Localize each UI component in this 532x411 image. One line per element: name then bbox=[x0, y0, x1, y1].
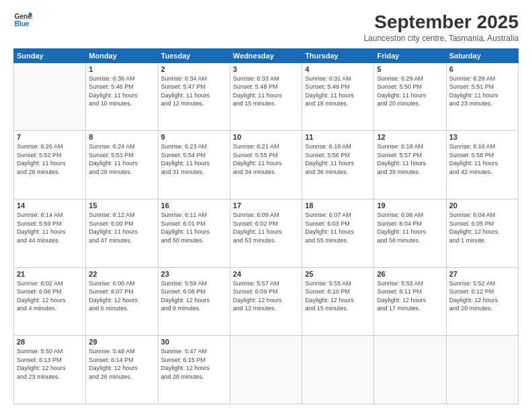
day-info-line: and 1 minute. bbox=[449, 237, 486, 244]
week-row-4: 28Sunrise: 5:50 AMSunset: 6:13 PMDayligh… bbox=[14, 336, 519, 404]
day-info-line: and 12 minutes. bbox=[233, 305, 276, 312]
day-info-line: Sunrise: 6:07 AM bbox=[305, 212, 351, 218]
day-info: Sunrise: 6:14 AMSunset: 5:59 PMDaylight:… bbox=[17, 211, 83, 244]
table-cell: 2Sunrise: 6:34 AMSunset: 5:47 PMDaylight… bbox=[158, 62, 230, 131]
day-number: 24 bbox=[233, 270, 299, 278]
day-number: 10 bbox=[233, 133, 299, 141]
day-info: Sunrise: 5:57 AMSunset: 6:09 PMDaylight:… bbox=[233, 279, 299, 313]
day-number: 27 bbox=[449, 270, 515, 278]
day-number: 3 bbox=[233, 65, 299, 73]
day-info: Sunrise: 6:29 AMSunset: 5:50 PMDaylight:… bbox=[377, 75, 443, 108]
day-info-line: and 44 minutes. bbox=[17, 237, 60, 244]
day-info: Sunrise: 6:19 AMSunset: 5:56 PMDaylight:… bbox=[305, 142, 371, 176]
day-info-line: Daylight: 12 hours bbox=[89, 365, 138, 371]
day-info-line: Daylight: 12 hours bbox=[449, 228, 498, 235]
day-info: Sunrise: 6:34 AMSunset: 5:47 PMDaylight:… bbox=[161, 75, 227, 108]
day-info-line: Sunrise: 6:21 AM bbox=[233, 143, 279, 150]
day-number: 2 bbox=[161, 65, 227, 73]
table-cell: 26Sunrise: 5:53 AMSunset: 6:11 PMDayligh… bbox=[374, 267, 446, 336]
table-cell: 30Sunrise: 5:47 AMSunset: 6:15 PMDayligh… bbox=[158, 336, 230, 404]
page: General Blue September 2025 Launceston c… bbox=[0, 0, 532, 411]
day-info-line: and 50 minutes. bbox=[161, 237, 204, 244]
header-monday: Monday bbox=[86, 48, 158, 62]
day-info-line: Daylight: 11 hours bbox=[89, 228, 138, 235]
header-friday: Friday bbox=[374, 48, 446, 62]
day-info-line: Sunset: 6:07 PM bbox=[89, 288, 134, 295]
day-info: Sunrise: 6:36 AMSunset: 5:46 PMDaylight:… bbox=[89, 75, 154, 108]
day-number: 15 bbox=[89, 201, 154, 210]
day-info-line: and 18 minutes. bbox=[305, 100, 348, 107]
day-info-line: Daylight: 11 hours bbox=[161, 92, 210, 99]
table-cell: 18Sunrise: 6:07 AMSunset: 6:03 PMDayligh… bbox=[302, 199, 374, 267]
day-info-line: Daylight: 11 hours bbox=[377, 92, 426, 99]
day-info-line: Sunset: 6:10 PM bbox=[305, 288, 350, 295]
day-info-line: Sunset: 5:49 PM bbox=[305, 83, 350, 90]
table-cell: 23Sunrise: 5:59 AMSunset: 6:08 PMDayligh… bbox=[158, 267, 230, 336]
day-info-line: Daylight: 12 hours bbox=[17, 297, 66, 304]
day-info-line: Sunset: 5:52 PM bbox=[17, 152, 62, 158]
day-info-line: Sunrise: 6:00 AM bbox=[89, 280, 135, 287]
day-info-line: Daylight: 11 hours bbox=[233, 160, 282, 167]
day-info: Sunrise: 6:24 AMSunset: 5:53 PMDaylight:… bbox=[89, 142, 154, 176]
table-cell: 27Sunrise: 5:52 AMSunset: 6:12 PMDayligh… bbox=[446, 267, 518, 336]
day-info-line: Sunset: 5:58 PM bbox=[449, 152, 494, 158]
day-info-line: and 20 minutes. bbox=[377, 100, 420, 107]
day-info-line: and 53 minutes. bbox=[233, 237, 276, 244]
day-info-line: Daylight: 11 hours bbox=[449, 92, 498, 99]
day-number: 9 bbox=[161, 133, 227, 141]
day-info-line: and 26 minutes. bbox=[89, 373, 132, 380]
day-number: 30 bbox=[161, 338, 227, 346]
table-cell: 13Sunrise: 6:16 AMSunset: 5:58 PMDayligh… bbox=[446, 131, 518, 199]
day-number: 23 bbox=[161, 270, 227, 278]
day-number: 16 bbox=[161, 201, 227, 210]
logo-icon: General Blue bbox=[13, 11, 32, 30]
day-info: Sunrise: 6:07 AMSunset: 6:03 PMDaylight:… bbox=[305, 211, 371, 244]
day-info-line: Daylight: 11 hours bbox=[17, 228, 66, 235]
day-info-line: and 31 minutes. bbox=[161, 169, 204, 175]
day-info: Sunrise: 5:50 AMSunset: 6:13 PMDaylight:… bbox=[17, 347, 83, 381]
table-cell: 8Sunrise: 6:24 AMSunset: 5:53 PMDaylight… bbox=[86, 131, 158, 199]
weekday-header-row: Sunday Monday Tuesday Wednesday Thursday… bbox=[14, 48, 519, 62]
day-info-line: Sunrise: 6:18 AM bbox=[377, 143, 423, 150]
table-cell: 6Sunrise: 6:28 AMSunset: 5:51 PMDaylight… bbox=[446, 62, 518, 131]
header-sunday: Sunday bbox=[14, 48, 86, 62]
header-saturday: Saturday bbox=[446, 48, 518, 62]
day-info: Sunrise: 5:55 AMSunset: 6:10 PMDaylight:… bbox=[305, 279, 371, 313]
day-number: 28 bbox=[17, 338, 83, 346]
day-info-line: Sunrise: 6:02 AM bbox=[17, 280, 63, 287]
day-info-line: Sunset: 6:14 PM bbox=[89, 357, 134, 363]
day-info-line: Sunrise: 6:09 AM bbox=[233, 212, 279, 218]
day-number: 12 bbox=[377, 133, 443, 141]
day-info-line: Sunrise: 6:14 AM bbox=[17, 212, 63, 218]
logo: General Blue bbox=[13, 11, 32, 30]
table-cell: 17Sunrise: 6:09 AMSunset: 6:02 PMDayligh… bbox=[230, 199, 302, 267]
table-cell bbox=[302, 336, 374, 404]
day-info-line: Sunset: 5:57 PM bbox=[377, 152, 422, 158]
table-cell: 19Sunrise: 6:06 AMSunset: 6:04 PMDayligh… bbox=[374, 199, 446, 267]
day-number: 19 bbox=[377, 201, 443, 210]
table-cell: 16Sunrise: 6:11 AMSunset: 6:01 PMDayligh… bbox=[158, 199, 230, 267]
day-info-line: Sunrise: 5:52 AM bbox=[449, 280, 496, 287]
day-info-line: Daylight: 12 hours bbox=[89, 297, 138, 304]
day-number: 20 bbox=[449, 201, 515, 210]
day-info-line: Sunset: 6:11 PM bbox=[377, 288, 422, 295]
day-number: 6 bbox=[449, 65, 515, 73]
header: General Blue September 2025 Launceston c… bbox=[13, 11, 519, 43]
day-number: 13 bbox=[449, 133, 515, 141]
table-cell bbox=[374, 336, 446, 404]
day-info-line: Sunset: 6:02 PM bbox=[233, 220, 278, 227]
day-info-line: Sunset: 5:54 PM bbox=[161, 152, 206, 158]
day-info-line: Sunrise: 6:31 AM bbox=[305, 75, 351, 82]
day-info: Sunrise: 5:53 AMSunset: 6:11 PMDaylight:… bbox=[377, 279, 443, 313]
header-thursday: Thursday bbox=[302, 48, 374, 62]
day-info-line: Sunset: 6:08 PM bbox=[161, 288, 206, 295]
day-info-line: Sunset: 6:03 PM bbox=[305, 220, 350, 227]
day-info-line: Sunrise: 6:11 AM bbox=[161, 212, 208, 218]
table-cell: 10Sunrise: 6:21 AMSunset: 5:55 PMDayligh… bbox=[230, 131, 302, 199]
day-info-line: Daylight: 11 hours bbox=[89, 92, 138, 99]
table-cell: 1Sunrise: 6:36 AMSunset: 5:46 PMDaylight… bbox=[86, 62, 158, 131]
day-info-line: and 6 minutes. bbox=[89, 305, 128, 312]
week-row-1: 7Sunrise: 6:26 AMSunset: 5:52 PMDaylight… bbox=[14, 131, 519, 199]
day-number: 21 bbox=[17, 270, 83, 278]
day-info-line: Sunset: 6:09 PM bbox=[233, 288, 278, 295]
